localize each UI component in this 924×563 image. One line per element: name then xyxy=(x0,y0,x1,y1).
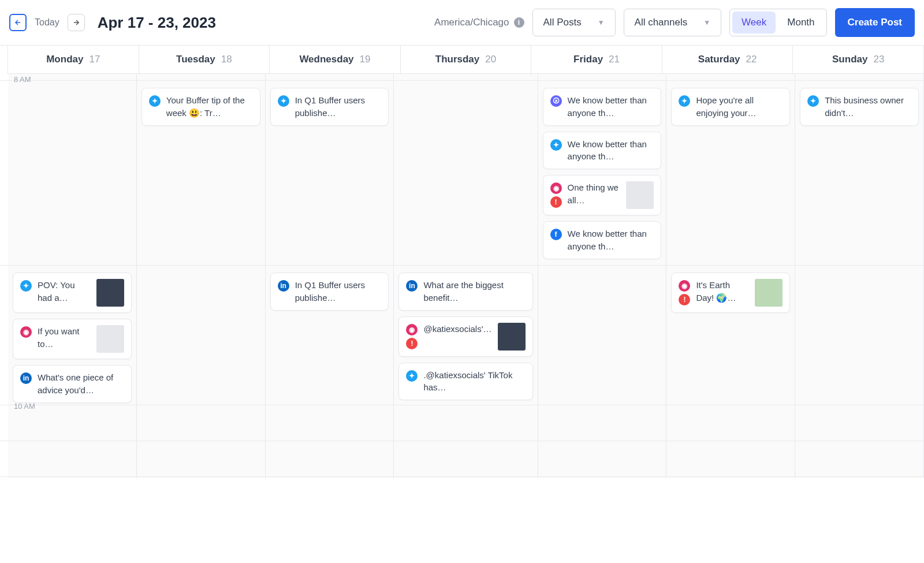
time-label-10am: 10 AM xyxy=(14,402,35,411)
caret-down-icon: ▼ xyxy=(598,18,605,27)
monday-column[interactable]: ✦POV: You had a…◉If you want to…inWhat's… xyxy=(8,74,137,478)
calendar-grid: Monday17 Tuesday18 Wednesday19 Thursday2… xyxy=(0,45,924,478)
post-channel-icons: f xyxy=(550,228,562,240)
view-toggle: Week Month xyxy=(729,9,826,36)
linkedin-icon: in xyxy=(20,372,32,384)
post-card[interactable]: ◉!One thing we all… xyxy=(543,175,662,215)
next-week-button[interactable] xyxy=(68,14,85,31)
post-card[interactable]: fWe know better than anyone th… xyxy=(543,221,662,259)
instagram-icon: ◉ xyxy=(550,182,562,194)
thursday-column[interactable]: inWhat are the biggest benefit…◉!@katiex… xyxy=(394,74,538,478)
post-channel-icons: ⦿ xyxy=(550,94,562,107)
post-card[interactable]: ✦In Q1 Buffer users publishe… xyxy=(270,88,389,126)
post-channel-icons: ◉ xyxy=(20,325,32,338)
info-icon[interactable]: i xyxy=(514,17,524,28)
time-gutter xyxy=(0,46,8,74)
post-card[interactable]: ✦This business owner didn't… xyxy=(800,88,919,126)
arrow-right-icon xyxy=(72,18,80,27)
day-header-monday: Monday17 xyxy=(8,46,139,74)
day-header-thursday: Thursday20 xyxy=(401,46,532,74)
post-card[interactable]: ✦.@katiexsocials' TikTok has… xyxy=(398,363,532,401)
post-card[interactable]: ◉!It's Earth Day! 🌍… xyxy=(671,273,790,313)
post-card[interactable]: ✦Your Buffer tip of the week 😃: Tr… xyxy=(141,88,260,126)
calendar-body: 8 AM 10 AM ✦POV: You had a…◉If you want … xyxy=(0,74,924,478)
post-card[interactable]: inWhat's one piece of advice you'd… xyxy=(13,365,132,403)
post-card[interactable]: ✦POV: You had a… xyxy=(13,273,132,313)
instagram-icon: ◉ xyxy=(406,324,418,335)
post-text: We know better than anyone th… xyxy=(568,138,654,163)
create-post-button[interactable]: Create Post xyxy=(835,8,915,37)
post-channel-icons: ✦ xyxy=(20,279,32,292)
post-text: @katiexsocials'… xyxy=(423,323,491,335)
post-text: If you want to… xyxy=(38,325,91,351)
time-gutter-body xyxy=(0,74,8,478)
today-button[interactable]: Today xyxy=(35,17,59,28)
mastodon-icon: ⦿ xyxy=(550,95,562,107)
post-card[interactable]: inIn Q1 Buffer users publishe… xyxy=(270,273,389,311)
twitter-icon: ✦ xyxy=(20,280,32,292)
alert-icon: ! xyxy=(550,196,562,208)
day-header-sunday: Sunday23 xyxy=(793,46,924,74)
post-card[interactable]: ✦We know better than anyone th… xyxy=(543,132,662,170)
post-text: We know better than anyone th… xyxy=(568,94,654,120)
post-channel-icons: in xyxy=(406,279,418,292)
calendar-header: Today Apr 17 - 23, 2023 America/Chicago … xyxy=(0,0,924,45)
post-thumbnail xyxy=(96,279,124,307)
post-text: One thing we all… xyxy=(568,181,621,207)
post-text: Hope you're all enjoying your… xyxy=(696,94,783,120)
day-headers-row: Monday17 Tuesday18 Wednesday19 Thursday2… xyxy=(0,46,924,74)
prev-week-button[interactable] xyxy=(9,14,27,31)
posts-filter-dropdown[interactable]: All Posts ▼ xyxy=(532,9,616,36)
post-card[interactable]: ✦Hope you're all enjoying your… xyxy=(671,88,790,126)
header-right: America/Chicago i All Posts ▼ All channe… xyxy=(434,8,915,37)
post-channel-icons: ✦ xyxy=(278,94,289,107)
post-card[interactable]: inWhat are the biggest benefit… xyxy=(398,273,532,311)
post-channel-icons: in xyxy=(20,371,32,384)
post-card[interactable]: ⦿We know better than anyone th… xyxy=(543,88,662,126)
post-text: In Q1 Buffer users publishe… xyxy=(295,279,382,304)
timezone-text: America/Chicago xyxy=(434,17,509,28)
linkedin-icon: in xyxy=(406,280,418,292)
post-text: In Q1 Buffer users publishe… xyxy=(295,94,382,120)
day-header-wednesday: Wednesday19 xyxy=(270,46,401,74)
post-thumbnail xyxy=(755,279,783,307)
sunday-column[interactable]: ✦This business owner didn't… xyxy=(795,74,924,478)
post-text: Your Buffer tip of the week 😃: Tr… xyxy=(166,94,253,120)
month-view-button[interactable]: Month xyxy=(778,12,824,33)
channels-filter-label: All channels xyxy=(635,17,688,28)
post-text: We know better than anyone th… xyxy=(568,228,654,253)
post-channel-icons: ◉! xyxy=(679,279,690,305)
post-text: What's one piece of advice you'd… xyxy=(38,371,124,397)
post-channel-icons: ✦ xyxy=(679,94,690,107)
tuesday-column[interactable]: ✦Your Buffer tip of the week 😃: Tr… xyxy=(137,74,266,478)
day-header-friday: Friday21 xyxy=(531,46,662,74)
instagram-icon: ◉ xyxy=(679,280,690,292)
instagram-icon: ◉ xyxy=(20,326,32,338)
post-text: POV: You had a… xyxy=(38,279,91,304)
post-channel-icons: ◉! xyxy=(550,181,562,208)
channels-filter-dropdown[interactable]: All channels ▼ xyxy=(624,9,722,36)
post-card[interactable]: ◉If you want to… xyxy=(13,319,132,359)
friday-column[interactable]: ⦿We know better than anyone th…✦We know … xyxy=(538,74,667,478)
post-thumbnail xyxy=(96,325,124,353)
caret-down-icon: ▼ xyxy=(703,18,710,27)
post-text: It's Earth Day! 🌍… xyxy=(696,279,749,304)
linkedin-icon: in xyxy=(278,280,289,292)
post-card[interactable]: ◉!@katiexsocials'… xyxy=(398,316,532,357)
post-thumbnail xyxy=(626,181,654,209)
twitter-icon: ✦ xyxy=(550,139,562,151)
post-text: This business owner didn't… xyxy=(825,94,911,120)
saturday-column[interactable]: ✦Hope you're all enjoying your… ◉!It's E… xyxy=(666,74,795,478)
alert-icon: ! xyxy=(406,338,418,349)
facebook-icon: f xyxy=(550,229,562,240)
post-channel-icons: ✦ xyxy=(149,94,161,107)
week-view-button[interactable]: Week xyxy=(732,12,776,33)
arrow-left-icon xyxy=(14,18,22,27)
alert-icon: ! xyxy=(679,294,690,305)
twitter-icon: ✦ xyxy=(149,95,161,107)
date-range-label: Apr 17 - 23, 2023 xyxy=(98,14,216,32)
post-thumbnail xyxy=(498,323,526,351)
wednesday-column[interactable]: ✦In Q1 Buffer users publishe… inIn Q1 Bu… xyxy=(266,74,394,478)
header-left: Today Apr 17 - 23, 2023 xyxy=(9,14,216,32)
post-channel-icons: ✦ xyxy=(550,138,562,151)
